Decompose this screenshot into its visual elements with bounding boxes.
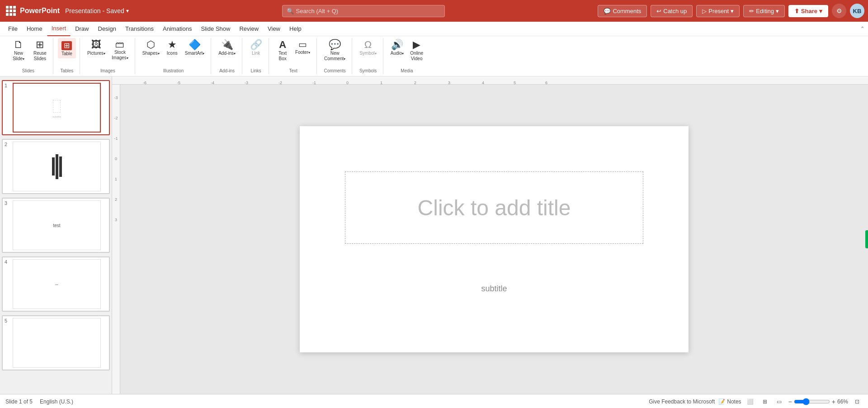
menu-home[interactable]: Home: [22, 22, 47, 36]
text-box-button[interactable]: A TextBox: [274, 38, 292, 63]
slide-thumb-1[interactable]: 1 subtitle: [2, 80, 110, 135]
stock-images-button[interactable]: 🗃 StockImages▾: [109, 38, 131, 62]
new-comment-label: NewComment▾: [324, 51, 345, 62]
subtitle-text: subtitle: [481, 284, 507, 293]
notes-icon: 📝: [718, 399, 725, 405]
menu-draw[interactable]: Draw: [71, 22, 93, 36]
ribbon-group-tables: ⊞ Table Tables: [54, 38, 80, 74]
zoom-plus-button[interactable]: +: [832, 398, 835, 405]
symbol-icon: Ω: [364, 40, 372, 50]
menu-bar: File Home Insert Draw Design Transitions…: [0, 22, 868, 36]
images-buttons: 🖼 Pictures▾ 🗃 StockImages▾: [85, 38, 131, 67]
title-placeholder[interactable]: Click to add title: [345, 171, 643, 244]
app-name: PowerPoint: [20, 7, 60, 15]
waffle-icon[interactable]: [4, 4, 18, 18]
slide-thumb-5[interactable]: 5: [2, 315, 110, 370]
title-dropdown-arrow[interactable]: ▾: [126, 8, 129, 14]
present-button[interactable]: ▷ Present ▾: [696, 5, 740, 17]
subtitle-placeholder[interactable]: subtitle: [481, 284, 507, 294]
comments-button[interactable]: 💬 Comments: [598, 5, 647, 17]
zoom-minus-button[interactable]: −: [788, 398, 792, 405]
reuse-slides-button[interactable]: ⊞ ReuseSlides: [31, 38, 49, 63]
smartart-label: SmartArt▾: [185, 51, 204, 56]
reading-view-icon: ▭: [777, 399, 782, 405]
illustration-group-label: Illustration: [140, 67, 207, 74]
ribbon: File Home Insert Draw Design Transitions…: [0, 22, 868, 76]
menu-view[interactable]: View: [263, 22, 285, 36]
normal-view-icon: ⬜: [747, 399, 754, 405]
settings-button[interactable]: ⚙: [832, 4, 846, 18]
slide-preview-2: [13, 142, 101, 191]
menu-file[interactable]: File: [4, 22, 22, 36]
icons-icon: ★: [168, 40, 177, 50]
menu-help[interactable]: Help: [285, 22, 306, 36]
status-bar: Slide 1 of 5 English (U.S.) Give Feedbac…: [0, 394, 868, 408]
normal-view-button[interactable]: ⬜: [745, 396, 756, 407]
main-layout: 1 subtitle 2 3 test: [0, 76, 868, 394]
ribbon-group-comments: 💬 NewComment▾ Comments: [318, 38, 352, 74]
audio-label: Audio▾: [391, 51, 404, 56]
ribbon-tools: 🗋 NewSlide▾ ⊞ ReuseSlides Slides ⊞ Table: [0, 36, 868, 76]
stock-images-label: StockImages▾: [112, 50, 128, 61]
audio-icon: 🔊: [391, 40, 403, 50]
slide-sorter-button[interactable]: ⊞: [760, 396, 770, 407]
editing-button[interactable]: ✏ Editing ▾: [743, 5, 785, 17]
menu-animations[interactable]: Animations: [158, 22, 196, 36]
addins-button[interactable]: 🔌 Add-ins▾: [216, 38, 238, 58]
online-video-label: OnlineVideo: [410, 51, 423, 62]
link-button[interactable]: 🔗 Link: [247, 38, 265, 58]
shapes-button[interactable]: ⬡ Shapes▾: [140, 38, 162, 58]
illustration-buttons: ⬡ Shapes▾ ★ Icons 🔷 SmartArt▾: [140, 38, 207, 67]
ruler-horizontal: -6 -5 -4 -3 -2 -1 0 1 2 3 4 5 6: [112, 76, 868, 85]
feedback-link[interactable]: Give Feedback to Microsoft: [649, 399, 715, 405]
catchup-button[interactable]: ↩ Catch up: [651, 5, 693, 17]
zoom-slider[interactable]: [794, 398, 830, 405]
pictures-icon: 🖼: [91, 40, 101, 50]
table-button[interactable]: ⊞ Table: [58, 38, 76, 58]
comments-buttons: 💬 NewComment▾: [321, 38, 348, 67]
present-icon: ▷: [702, 8, 707, 14]
fit-slide-button[interactable]: ⊡: [852, 396, 863, 407]
status-left: Slide 1 of 5 English (U.S.): [5, 399, 73, 405]
menu-design[interactable]: Design: [94, 22, 121, 36]
slide-preview-4: --: [13, 259, 101, 309]
online-video-button[interactable]: ▶ OnlineVideo: [407, 38, 426, 63]
smartart-button[interactable]: 🔷 SmartArt▾: [182, 38, 207, 58]
menu-slideshow[interactable]: Slide Show: [196, 22, 235, 36]
symbols-group-label: Symbols: [357, 67, 379, 74]
notes-button[interactable]: 📝 Notes: [718, 399, 741, 405]
reuse-slides-icon: ⊞: [36, 40, 44, 50]
new-slide-button[interactable]: 🗋 NewSlide▾: [7, 38, 30, 63]
tables-buttons: ⊞ Table: [58, 38, 76, 67]
search-input[interactable]: [282, 5, 445, 17]
audio-button[interactable]: 🔊 Audio▾: [388, 38, 407, 58]
pictures-button[interactable]: 🖼 Pictures▾: [85, 38, 108, 58]
slide-number-4: 4: [5, 259, 11, 265]
title-placeholder-text: Click to add title: [418, 195, 571, 220]
right-edge-indicator: [865, 230, 868, 248]
menu-insert[interactable]: Insert: [47, 22, 71, 36]
ribbon-group-media: 🔊 Audio▾ ▶ OnlineVideo Media: [384, 38, 429, 74]
new-comment-icon: 💬: [329, 40, 341, 50]
footer-button[interactable]: ▭ Footer▾: [292, 38, 313, 57]
title-right: 💬 Comments ↩ Catch up ▷ Present ▾ ✏ Edit…: [598, 4, 864, 18]
profile-button[interactable]: KB: [850, 4, 864, 18]
slide-info: Slide 1 of 5: [5, 399, 33, 405]
addins-icon: 🔌: [221, 40, 233, 50]
share-button[interactable]: ⬆ Share ▾: [788, 5, 828, 17]
slide-canvas[interactable]: Click to add title subtitle: [300, 126, 689, 352]
share-dropdown-arrow: ▾: [819, 8, 822, 14]
ribbon-collapse[interactable]: ⌃: [860, 26, 864, 32]
slide-thumb-2[interactable]: 2: [2, 139, 110, 194]
tables-group-label: Tables: [58, 67, 76, 74]
reading-view-button[interactable]: ▭: [774, 396, 785, 407]
symbols-buttons: Ω Symbol▾: [357, 38, 379, 67]
icons-button[interactable]: ★ Icons: [163, 38, 181, 58]
new-comment-button[interactable]: 💬 NewComment▾: [321, 38, 348, 63]
symbol-button[interactable]: Ω Symbol▾: [357, 38, 379, 58]
menu-review[interactable]: Review: [235, 22, 263, 36]
menu-transitions[interactable]: Transitions: [121, 22, 158, 36]
slide-thumb-4[interactable]: 4 --: [2, 256, 110, 312]
slide-thumb-3[interactable]: 3 test: [2, 198, 110, 253]
new-slide-label: NewSlide▾: [13, 51, 24, 62]
